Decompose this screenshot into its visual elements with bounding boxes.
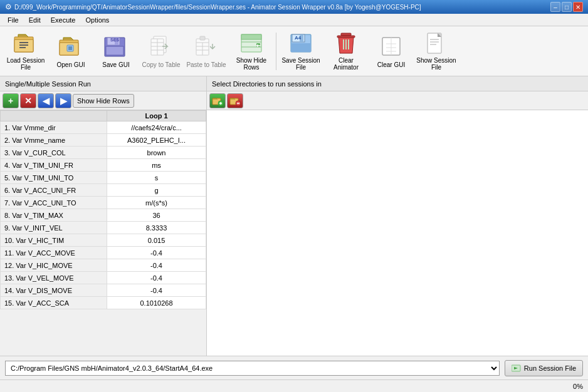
table-row: 14. Var V_DIS_MOVE-0.4: [1, 284, 206, 297]
menu-edit[interactable]: Edit: [24, 15, 46, 25]
executable-path-select[interactable]: C:/Program Files/GNS mbH/Animator4_v2.0.…: [5, 361, 500, 376]
show-hide-rows-toolbar-button[interactable]: Show Hide Rows: [229, 29, 273, 74]
app-icon: ⚙: [5, 3, 12, 11]
table-row: 2. Var Vmme_nameA3602_PLEHC_I...: [1, 134, 206, 147]
save-gui-button[interactable]: SES Save GUI: [94, 29, 138, 74]
add-directory-button[interactable]: [209, 93, 226, 108]
table-row: 6. Var V_ACC_UNI_FRg: [1, 184, 206, 197]
remove-directory-button[interactable]: [227, 93, 243, 108]
toolbar: Load Session File Open GUI SES Save: [0, 26, 588, 76]
clear-gui-button[interactable]: Clear GUI: [369, 29, 413, 74]
save-session-button[interactable]: A4 Save Session File: [279, 29, 323, 74]
run-button-label: Run Session File: [524, 364, 576, 372]
table-row: 3. Var V_CUR_COLbrown: [1, 147, 206, 159]
minimize-button[interactable]: –: [550, 2, 560, 12]
var-value-cell[interactable]: g: [107, 184, 206, 197]
var-name-cell: 8. Var V_TIM_MAX: [1, 209, 107, 222]
var-value-cell[interactable]: -0.4: [107, 259, 206, 272]
open-gui-icon: [58, 34, 83, 59]
forward-button[interactable]: ▶: [55, 93, 71, 108]
load-session-button[interactable]: Load Session File: [4, 29, 48, 74]
table-row: 13. Var V_VEL_MOVE-0.4: [1, 272, 206, 284]
data-table-scroll[interactable]: Loop 1 1. Var Vmme_dir//caefs24/cra/c...…: [0, 110, 206, 356]
data-table-container: Loop 1 1. Var Vmme_dir//caefs24/cra/c...…: [0, 110, 206, 356]
left-panel-toolbar: + ✕ ◀ ▶ Show Hide Rows: [0, 91, 206, 110]
title-bar: ⚙ D:/099_Work/Programming/QT/AnimatorSes…: [0, 0, 588, 14]
table-row: 15. Var V_ACC_SCA0.1010268: [1, 297, 206, 309]
menu-file[interactable]: File: [3, 15, 24, 25]
close-button[interactable]: ✕: [573, 2, 583, 12]
svg-rect-42: [337, 36, 355, 38]
var-value-cell[interactable]: -0.4: [107, 272, 206, 284]
maximize-button[interactable]: □: [562, 2, 572, 12]
var-name-cell: 10. Var V_HIC_TIM: [1, 234, 107, 247]
var-name-cell: 14. Var V_DIS_MOVE: [1, 284, 107, 297]
show-session-file-label: Show Session File: [416, 57, 456, 71]
var-value-cell[interactable]: //caefs24/cra/c...: [107, 121, 206, 134]
var-name-cell: 5. Var V_TIM_UNI_TO: [1, 172, 107, 184]
right-panel-toolbar: [207, 91, 588, 110]
window-controls: – □ ✕: [550, 2, 583, 12]
var-value-cell[interactable]: s: [107, 172, 206, 184]
svg-rect-38: [341, 33, 351, 36]
add-row-button[interactable]: +: [3, 93, 19, 108]
run-session-button[interactable]: Run Session File: [505, 360, 583, 376]
var-value-cell[interactable]: 0.015: [107, 234, 206, 247]
table-row: 5. Var V_TIM_UNI_TOs: [1, 172, 206, 184]
svg-rect-3: [19, 44, 28, 46]
open-gui-button[interactable]: Open GUI: [49, 29, 93, 74]
var-value-cell[interactable]: ms: [107, 159, 206, 172]
svg-text:SES: SES: [110, 38, 119, 42]
var-value-cell[interactable]: brown: [107, 147, 206, 159]
col1-header: [1, 111, 107, 121]
show-session-file-button[interactable]: Show Session File: [414, 29, 458, 74]
clear-animator-button[interactable]: Clear Animator: [324, 29, 368, 74]
toolbar-separator-1: [276, 33, 276, 70]
copy-to-table-icon: [149, 34, 174, 59]
right-panel: Select Directories to run sessions in: [207, 76, 588, 356]
paste-to-table-label: Paste to Table: [186, 61, 226, 68]
var-value-cell[interactable]: 8.3333: [107, 222, 206, 234]
copy-to-table-label: Copy to Table: [142, 61, 181, 68]
var-value-cell[interactable]: 36: [107, 209, 206, 222]
var-name-cell: 6. Var V_ACC_UNI_FR: [1, 184, 107, 197]
table-row: 12. Var V_HIC_MOVE-0.4: [1, 259, 206, 272]
left-panel-header: Single/Multiple Session Run: [0, 76, 206, 91]
show-hide-rows-icon: [239, 32, 264, 54]
var-name-cell: 7. Var V_ACC_UNI_TO: [1, 197, 107, 209]
var-value-cell[interactable]: -0.4: [107, 284, 206, 297]
save-session-icon: A4: [288, 32, 313, 54]
back-button[interactable]: ◀: [38, 93, 54, 108]
table-row: 9. Var V_INIT_VEL8.3333: [1, 222, 206, 234]
show-hide-rows-button[interactable]: Show Hide Rows: [73, 94, 134, 108]
copy-to-table-button[interactable]: Copy to Table: [139, 29, 183, 74]
show-session-file-icon: [424, 32, 449, 54]
remove-row-button[interactable]: ✕: [20, 93, 36, 108]
var-value-cell[interactable]: 0.1010268: [107, 297, 206, 309]
var-value-cell[interactable]: m/(s*s): [107, 197, 206, 209]
svg-rect-12: [106, 46, 123, 55]
bottom-bar: C:/Program Files/GNS mbH/Animator4_v2.0.…: [0, 356, 588, 379]
svg-rect-30: [256, 43, 260, 47]
var-name-cell: 9. Var V_INIT_VEL: [1, 222, 107, 234]
table-row: 8. Var V_TIM_MAX36: [1, 209, 206, 222]
paste-to-table-button[interactable]: Paste to Table: [184, 29, 228, 74]
svg-rect-21: [200, 36, 205, 40]
loop1-header: Loop 1: [107, 111, 206, 121]
var-name-cell: 2. Var Vmme_name: [1, 134, 107, 147]
save-gui-icon: SES: [103, 34, 129, 59]
right-panel-header: Select Directories to run sessions in: [207, 76, 588, 91]
table-row: 10. Var V_HIC_TIM0.015: [1, 234, 206, 247]
var-name-cell: 4. Var V_TIM_UNI_FR: [1, 159, 107, 172]
menu-execute[interactable]: Execute: [46, 15, 81, 25]
var-name-cell: 12. Var V_HIC_MOVE: [1, 259, 107, 272]
var-name-cell: 15. Var V_ACC_SCA: [1, 297, 107, 309]
var-name-cell: 3. Var V_CUR_COL: [1, 147, 107, 159]
var-value-cell[interactable]: A3602_PLEHC_I...: [107, 134, 206, 147]
svg-rect-36: [291, 43, 311, 52]
menu-options[interactable]: Options: [80, 15, 114, 25]
save-gui-label: Save GUI: [102, 61, 129, 68]
var-name-cell: 11. Var V_ACC_MOVE: [1, 247, 107, 259]
table-row: 7. Var V_ACC_UNI_TOm/(s*s): [1, 197, 206, 209]
var-value-cell[interactable]: -0.4: [107, 247, 206, 259]
